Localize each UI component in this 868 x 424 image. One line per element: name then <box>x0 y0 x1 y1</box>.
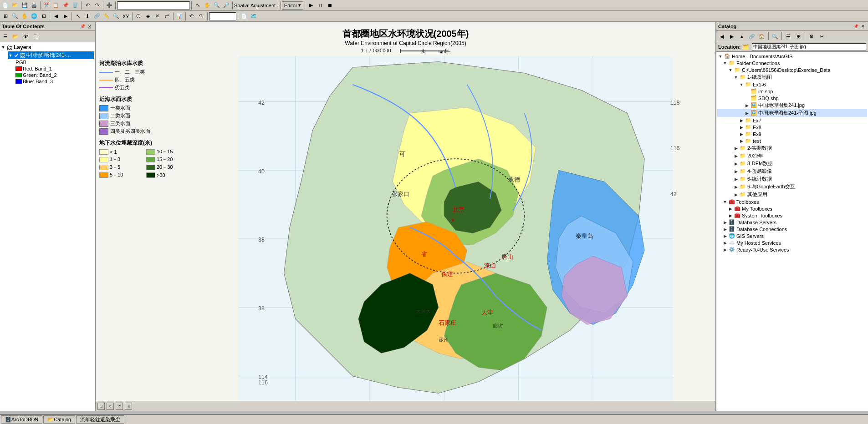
tree-ex1-6[interactable]: ▼ 📁 Ex1-6 <box>717 81 867 88</box>
open-button[interactable]: 📂 <box>10 1 20 10</box>
tree-remote[interactable]: ▶ 📁 4-遥感影像 <box>717 167 867 175</box>
catalog-view-btn[interactable]: ☰ <box>784 32 793 41</box>
zoom-out-tool[interactable]: 🔎 <box>222 1 231 10</box>
undo-button[interactable]: ↶ <box>83 1 92 10</box>
toc-list-btn[interactable]: ☰ <box>1 32 10 41</box>
tree-survey-data[interactable]: ▶ 📁 2-实测数据 <box>717 144 867 152</box>
coordinate-input[interactable]: 1:916, 311, 662 <box>117 1 190 10</box>
catalog-disconnect-btn[interactable]: ✂ <box>817 32 826 41</box>
tree-db-connections[interactable]: ▶ 🗄️ Database Connections <box>717 226 867 232</box>
tree-system-toolboxes[interactable]: ▶ 🧰 System Toolboxes <box>717 212 867 219</box>
tree-sdq-shp[interactable]: 🗂️ SDQ.shp <box>717 95 867 101</box>
catalog-pin-btn[interactable]: 📌 <box>853 23 859 30</box>
tree-folder-connections[interactable]: ▼ 📁 Folder Connections <box>717 60 867 66</box>
tree-atlas-jpg[interactable]: ▶ 🖼️ 中国地理图集241.jpg <box>717 101 867 109</box>
arctoddbdn-btn[interactable]: 🗄️ ArcToDBDN <box>1 415 42 424</box>
toc-pin-btn[interactable]: 📌 <box>79 23 86 30</box>
goto-xy-btn[interactable]: XY <box>121 12 131 21</box>
toc-close-btn[interactable]: ✕ <box>87 23 93 30</box>
extent-btn[interactable]: ⊡ <box>39 12 48 21</box>
status-rect-btn[interactable]: □ <box>97 403 105 410</box>
tree-atlas-sub-jpg[interactable]: ▶ 🖼️ 中国地理图集241-子图.jpg <box>717 109 867 117</box>
copy-button[interactable]: 📋 <box>51 1 61 10</box>
status-pause-btn[interactable]: ⏸ <box>125 403 132 410</box>
toc-visibility-btn[interactable]: 👁 <box>21 32 30 41</box>
back-btn[interactable]: ◀ <box>51 12 61 21</box>
feature-type-btn[interactable]: ⬡ <box>134 12 143 21</box>
pan-btn2[interactable]: ✋ <box>20 12 29 21</box>
catalog-close-btn[interactable]: ✕ <box>860 23 866 30</box>
zoom-next-btn[interactable]: ↷ <box>197 12 206 21</box>
add-data-button[interactable]: ➕ <box>105 1 114 10</box>
toc-layers-group[interactable]: ▼ 🗂 Layers <box>1 43 94 51</box>
tree-ex9[interactable]: ▶ 📁 Ex9 <box>717 131 867 137</box>
catalog-large-icons-btn[interactable]: ⊞ <box>794 32 803 41</box>
toc-layer-1[interactable]: ▼ 🖼 中国地理图集241-子图.jp <box>8 51 94 59</box>
zoom-in-tool[interactable]: 🔍 <box>212 1 221 10</box>
new-button[interactable]: 📄 <box>1 1 10 10</box>
toc-selection-btn[interactable]: ☐ <box>31 32 40 41</box>
tree-stats[interactable]: ▶ 📁 6-统计数据 <box>717 175 867 183</box>
select-features-btn2[interactable]: ◈ <box>143 12 153 21</box>
print-button[interactable]: 🖨️ <box>30 1 39 10</box>
cut-button[interactable]: ✂️ <box>42 1 51 10</box>
tree-google[interactable]: ▶ 📁 6-与GoogleEarth交互 <box>717 183 867 191</box>
tree-toolboxes[interactable]: ▼ 🧰 Toolboxes <box>717 198 867 205</box>
measure-btn[interactable]: 📏 <box>102 12 111 21</box>
tree-2023[interactable]: ▶ 📁 2023年 <box>717 152 867 160</box>
status-refresh-btn[interactable]: ↺ <box>116 403 123 410</box>
fwd-btn[interactable]: ▶ <box>61 12 70 21</box>
zoom-level-input[interactable]: 100% <box>209 12 236 20</box>
paste-button[interactable]: 📌 <box>61 1 70 10</box>
hyperlink-btn[interactable]: 🔗 <box>92 12 102 21</box>
tree-ex8[interactable]: ▶ 📁 Ex8 <box>717 124 867 131</box>
identify-btn[interactable]: ℹ <box>83 12 92 21</box>
zoom-in-btn2[interactable]: 🔍 <box>10 12 20 21</box>
save-button[interactable]: 💾 <box>20 1 29 10</box>
tree-rtu-services[interactable]: ▶ ⚙️ Ready-To-Use Services <box>717 246 867 253</box>
zoom-prev-btn[interactable]: ↶ <box>187 12 196 21</box>
tree-paper-map[interactable]: ▼ 📁 1-纸质地图 <box>717 73 867 81</box>
tree-other-apps[interactable]: ▶ 📁 其他应用 <box>717 191 867 198</box>
catalog-up-btn[interactable]: ▲ <box>737 32 746 41</box>
pause-button[interactable]: ⏸ <box>316 1 325 10</box>
status-circle-btn[interactable]: ○ <box>107 403 114 410</box>
clear-selection-btn[interactable]: ✕ <box>153 12 162 21</box>
delete-button[interactable]: 🗑️ <box>71 1 80 10</box>
tree-ex7[interactable]: ▶ 📁 Ex7 <box>717 117 867 124</box>
location-input[interactable] <box>752 43 867 50</box>
tree-dem[interactable]: ▶ 📁 3-DEM数据 <box>717 160 867 167</box>
catalog-taskbar-btn[interactable]: 📂 Catalog <box>43 415 75 424</box>
redo-button[interactable]: ↷ <box>92 1 102 10</box>
layout-btn[interactable]: 📄 <box>240 12 249 21</box>
catalog-search-btn[interactable]: 🔍 <box>771 32 780 41</box>
map-btn[interactable]: 🗺️ <box>249 12 258 21</box>
zoom-full-button[interactable]: ⊞ <box>1 12 10 21</box>
pan-tool[interactable]: ✋ <box>203 1 212 10</box>
stop-button[interactable]: ⏹ <box>326 1 335 10</box>
tree-my-toolboxes[interactable]: ▶ 🧰 My Toolboxes <box>717 205 867 212</box>
toc-source-btn[interactable]: 📂 <box>11 32 20 41</box>
tree-im-shp[interactable]: 🗂️ im.shp <box>717 88 867 95</box>
switch-selection-btn[interactable]: ⇄ <box>163 12 172 21</box>
tree-exercise-data[interactable]: ▼ 📁 C:\Users\86156\Desktop\Exercise_Data <box>717 66 867 73</box>
play-button[interactable]: ▶ <box>306 1 316 10</box>
select-features-btn[interactable]: ↖ <box>73 12 82 21</box>
catalog-options-btn[interactable]: ⚙ <box>807 32 816 41</box>
find-btn[interactable]: 🔍 <box>112 12 121 21</box>
tree-test[interactable]: ▶ 📁 test <box>717 137 867 144</box>
status-text-btn[interactable]: 流年轻往返染乘尘 <box>76 415 124 424</box>
tree-db-servers[interactable]: ▶ 🗄️ Database Servers <box>717 219 867 226</box>
catalog-back-btn[interactable]: ◀ <box>717 32 726 41</box>
select-tool[interactable]: ↖ <box>193 1 202 10</box>
tree-hosted-services[interactable]: ▶ ☁️ My Hosted Services <box>717 239 867 246</box>
tree-gis-servers[interactable]: ▶ 🌐 GIS Servers <box>717 232 867 239</box>
catalog-fwd-btn[interactable]: ▶ <box>727 32 736 41</box>
attribute-table-btn[interactable]: 📊 <box>175 12 184 21</box>
tree-item-home[interactable]: ▼ 🏠 Home - Documents\ArcGIS <box>717 53 867 60</box>
editor-dropdown[interactable]: Editor▾ <box>282 1 303 10</box>
catalog-home-btn[interactable]: 🏠 <box>757 32 766 41</box>
catalog-connect-btn[interactable]: 🔗 <box>747 32 756 41</box>
layer1-checkbox[interactable] <box>14 53 19 58</box>
globe-btn[interactable]: 🌐 <box>30 12 39 21</box>
